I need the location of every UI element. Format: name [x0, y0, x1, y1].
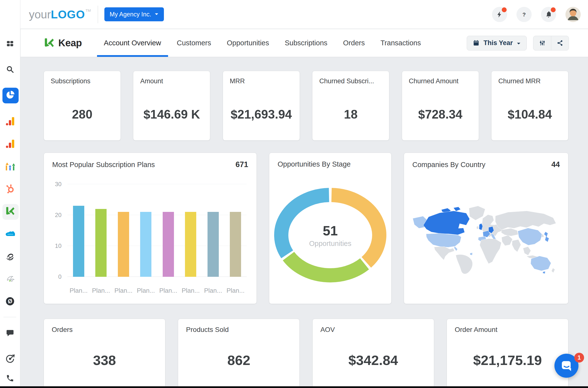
share-button[interactable]	[551, 36, 569, 50]
map-country-greenland[interactable]	[469, 206, 485, 220]
chart-title: Companies By Country	[412, 161, 485, 169]
tab-subscriptions[interactable]: Subscriptions	[277, 29, 335, 57]
map-country-central-asia[interactable]	[501, 228, 518, 236]
ga-icon	[5, 139, 15, 149]
search-icon	[6, 65, 14, 73]
date-range-button[interactable]: This Year	[467, 36, 527, 50]
sidebar-item-google-analytics-1[interactable]	[2, 114, 18, 130]
map-country-canada[interactable]	[423, 211, 470, 235]
sidebar-item-google-analytics-2[interactable]	[2, 136, 18, 152]
boost-button[interactable]	[492, 7, 507, 22]
map-country-russia-asia[interactable]	[495, 211, 556, 230]
agency-selector-label: My Agency Inc.	[110, 11, 151, 18]
world-map	[408, 180, 564, 296]
chart-title: Opportunities By Stage	[278, 160, 351, 168]
sidebar-item-apps-grid[interactable]	[2, 36, 18, 52]
donut-total-label: Opportunities	[309, 240, 352, 248]
bar-chart-y-axis: 0102030	[52, 184, 65, 277]
map-country-arctic-2[interactable]	[453, 207, 461, 211]
map-country-florida[interactable]	[454, 246, 457, 251]
kpi-value: 338	[44, 352, 165, 368]
bar-plan-2[interactable]	[95, 209, 107, 277]
logo-divider	[98, 6, 98, 23]
kpi-value: 18	[312, 107, 389, 121]
kpi-card-subscriptions: Subscriptions280	[44, 71, 121, 141]
y-axis-tick: 20	[55, 212, 61, 218]
notifications-button[interactable]	[541, 7, 556, 22]
map-country-mexico[interactable]	[434, 247, 454, 260]
report-source-name: Keap	[58, 37, 82, 48]
tab-opportunities[interactable]: Opportunities	[219, 29, 277, 57]
logo-tm: TM	[86, 8, 91, 12]
bar-plan-6[interactable]	[185, 212, 196, 277]
tab-customers[interactable]: Customers	[169, 29, 219, 57]
tab-orders[interactable]: Orders	[335, 29, 373, 57]
avatar[interactable]	[565, 7, 581, 22]
sidebar-item-target-arrow-app[interactable]	[2, 352, 18, 367]
chart-total-badge: 44	[551, 160, 560, 169]
map-country-tasmania[interactable]	[543, 271, 545, 274]
bar-plan-8[interactable]	[230, 212, 241, 277]
sidebar-item-salesforce[interactable]: salesforce	[2, 227, 18, 242]
filters-button[interactable]	[533, 36, 551, 50]
help-button[interactable]: ?	[516, 7, 532, 22]
kpi-card-order-amount: Order Amount$21,175.19	[447, 319, 568, 388]
bar-plan-1[interactable]	[73, 206, 84, 277]
sidebar-item-bird-app[interactable]	[2, 271, 18, 287]
app-logo: yourLOGOTM	[29, 8, 91, 21]
tab-transactions[interactable]: Transactions	[373, 29, 429, 57]
intercom-unread-badge[interactable]: 1	[574, 353, 584, 363]
sidebar-item-phone[interactable]	[2, 371, 18, 387]
map-country-se-asia[interactable]	[523, 247, 531, 255]
kpi-card-churned-subscri: Churned Subscri...18	[312, 71, 389, 141]
sidebar-item-hubspot[interactable]	[2, 182, 18, 197]
topbar: yourLOGOTM My Agency Inc. ?	[0, 0, 588, 29]
map-country-middle-east[interactable]	[502, 235, 512, 246]
question-icon: ?	[520, 11, 528, 18]
map-country-new-zealand[interactable]	[551, 268, 555, 273]
sidebar-item-sketch-app[interactable]	[2, 249, 18, 265]
kpi-card-products-sold: Products Sold862	[178, 319, 300, 388]
sidebar-item-circle-slash-app[interactable]: Ø	[2, 294, 18, 310]
bar-plan-5[interactable]	[163, 212, 174, 277]
bar-plan-3[interactable]	[118, 212, 129, 277]
kpi-value: $104.84	[491, 107, 568, 121]
apps-grid-icon	[6, 39, 14, 48]
kpi-card-orders: Orders338	[44, 319, 165, 388]
toolbar-segmented-control	[533, 36, 569, 50]
kpi-value: 280	[44, 107, 121, 121]
sidebar-item-keap[interactable]	[2, 204, 18, 220]
donut-chart: 51 Opportunities	[269, 176, 391, 294]
kpi-row: Subscriptions280Amount$146.69 KMRR$21,69…	[44, 71, 568, 141]
kpi-label: MRR	[230, 77, 293, 85]
donut-segment-2[interactable]	[289, 256, 365, 275]
chart-total-badge: 671	[235, 160, 248, 169]
map-country-japan[interactable]	[544, 232, 549, 242]
bar-plan-7[interactable]	[208, 212, 219, 277]
map-country-south-america[interactable]	[456, 255, 472, 274]
sidebar-item-growth-arrows-app[interactable]	[2, 159, 18, 175]
chevron-down-icon	[517, 42, 521, 45]
svg-text:?: ?	[522, 11, 526, 17]
x-axis-label: Plan...	[112, 287, 135, 294]
map-country-guiana[interactable]	[470, 253, 472, 255]
map-country-united-states[interactable]	[426, 233, 461, 247]
sidebar-item-dashboard-pie[interactable]	[2, 88, 18, 103]
sidebar-item-search[interactable]	[2, 62, 18, 78]
pie-icon	[5, 90, 15, 100]
tab-account-overview[interactable]: Account Overview	[96, 29, 169, 57]
subscription-plans-chart-card: Most Popular Subscription Plans 671 0102…	[44, 153, 257, 304]
kpi-label: Churned Subscri...	[319, 77, 382, 85]
sidebar-item-chat[interactable]	[2, 326, 18, 341]
map-country-australia[interactable]	[531, 256, 551, 271]
x-axis-label: Plan...	[90, 287, 112, 294]
agency-selector-button[interactable]: My Agency Inc.	[104, 7, 164, 21]
map-country-korea[interactable]	[541, 234, 544, 237]
map-country-ireland[interactable]	[477, 226, 479, 229]
share-icon	[557, 40, 563, 46]
map-country-africa[interactable]	[480, 239, 501, 264]
map-country-china[interactable]	[518, 228, 542, 245]
bar-plan-4[interactable]	[140, 212, 151, 277]
map-country-india[interactable]	[512, 240, 521, 252]
kpi-value: $21,175.19	[447, 352, 568, 368]
